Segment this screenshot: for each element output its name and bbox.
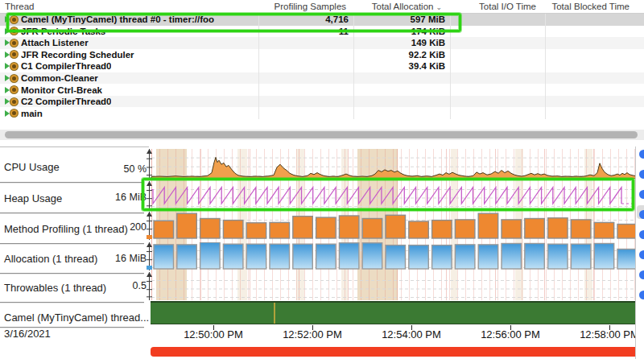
track-toggle-icon[interactable] (639, 170, 644, 179)
column-header-thread[interactable]: Thread (0, 0, 257, 13)
thread-icon (10, 27, 18, 35)
method-profiling-bar[interactable] (200, 219, 221, 239)
thread-name: C1 CompilerThread0 (21, 61, 111, 71)
allocation-bar[interactable] (154, 245, 174, 269)
allocation-bar[interactable] (502, 244, 522, 270)
thread-icon (10, 75, 18, 82)
table-row[interactable]: C1 CompilerThread039.4 KiB (0, 60, 644, 72)
cell-samples (259, 37, 354, 49)
allocation-bar[interactable] (455, 245, 475, 269)
allocation-bar[interactable] (316, 244, 336, 269)
allocation-bar[interactable] (571, 244, 591, 269)
table-row[interactable]: JFR Recording Scheduler92.2 KiB (0, 49, 644, 61)
method-profiling-bar[interactable] (293, 217, 313, 238)
allocation-bar[interactable] (362, 243, 382, 269)
track-toggle-icon[interactable] (639, 270, 644, 279)
time-range-bar[interactable] (151, 347, 638, 357)
method-profiling-bar[interactable] (362, 219, 382, 239)
method-profiling-bar[interactable] (246, 223, 266, 238)
column-header-total-allocation[interactable]: Total Allocation⌄ (351, 0, 447, 13)
allocation-bar[interactable] (432, 246, 452, 269)
thread-icon (10, 109, 18, 117)
right-icon-strip[interactable] (635, 146, 644, 359)
thread-table-header: ThreadProfiling SamplesTotal Allocation⌄… (0, 0, 644, 14)
allocation-bar[interactable] (177, 245, 197, 269)
track-label-throwables-1-thread-[interactable]: Throwables (1 thread) (4, 282, 106, 294)
method-profiling-bar[interactable] (177, 213, 197, 238)
allocation-bar[interactable] (270, 244, 290, 269)
table-row[interactable]: Monitor Ctrl-Break (0, 84, 644, 96)
cell-allocation: 149 KiB (354, 37, 451, 49)
method-profiling-bar[interactable] (478, 213, 498, 238)
table-horizontal-scrollbar-thumb[interactable] (5, 131, 638, 138)
track-toggle-icon[interactable] (639, 250, 644, 259)
table-row[interactable]: Camel (MyTinyCamel) thread #0 - timer://… (0, 14, 644, 26)
thread-name: JFR Periodic Tasks (21, 27, 105, 36)
allocation-track[interactable] (145, 242, 640, 270)
column-header-total-i-o-time[interactable]: Total I/O Time (447, 0, 541, 13)
throwables-track[interactable] (145, 272, 640, 300)
cell-blocked (546, 49, 640, 61)
column-header-total-blocked-time[interactable]: Total Blocked Time (541, 0, 634, 13)
table-row[interactable]: C2 CompilerThread0 (0, 96, 644, 108)
method-profiling-bar[interactable] (502, 220, 522, 238)
table-horizontal-scrollbar-track[interactable] (0, 130, 644, 140)
track-toggle-icon[interactable] (639, 210, 644, 219)
allocation-bar[interactable] (200, 242, 221, 269)
track-toggle-icon[interactable] (639, 150, 644, 159)
track-label-cpu-usage[interactable]: CPU Usage (4, 161, 60, 173)
method-profiling-bar[interactable] (223, 221, 243, 238)
method-profiling-bar[interactable] (594, 222, 614, 238)
track-toggle-icon[interactable] (639, 230, 644, 239)
table-row[interactable]: Attach Listener149 KiB (0, 37, 644, 49)
method-profiling-bar[interactable] (409, 221, 429, 238)
track-label-heap-usage[interactable]: Heap Usage (4, 192, 62, 204)
method-profiling-bar[interactable] (386, 215, 406, 238)
method-profiling-bar[interactable] (548, 218, 568, 238)
allocation-bar[interactable] (409, 246, 429, 269)
chart-area[interactable]: 12:50:00 PM12:52:00 PM12:54:00 PM12:56:0… (145, 145, 640, 343)
method-profiling-bar[interactable] (316, 217, 336, 238)
allocation-bar[interactable] (223, 244, 243, 269)
track-label-camel-mytinycamel-thread-[interactable]: Camel (MyTinyCamel) thread... (4, 312, 149, 324)
method-profiling-bar[interactable] (432, 221, 452, 238)
method-profiling-bar[interactable] (154, 221, 174, 238)
table-row[interactable]: Common-Cleaner (0, 72, 644, 85)
method-profiling-bar[interactable] (525, 219, 545, 239)
thread-state-icon (5, 27, 18, 35)
cell-allocation (354, 107, 451, 119)
allocation-bar[interactable] (617, 250, 638, 270)
cell-blocked (546, 60, 640, 72)
allocation-bar[interactable] (594, 244, 614, 270)
thread-state-icon (5, 51, 18, 58)
track-toggle-icon[interactable] (639, 190, 644, 199)
method-profiling-bar[interactable] (571, 220, 591, 238)
allocation-bar[interactable] (525, 244, 545, 270)
table-row[interactable]: JFR Periodic Tasks11174 KiB (0, 26, 644, 38)
allocation-bar[interactable] (293, 244, 313, 269)
method-profiling-bar[interactable] (617, 225, 638, 239)
allocation-bar[interactable] (386, 246, 406, 269)
allocation-bar[interactable] (478, 245, 498, 269)
track-label-allocation-1-thread-[interactable]: Allocation (1 thread) (4, 253, 97, 265)
cell-blocked (546, 72, 640, 85)
thread-state-icon (5, 75, 18, 82)
label-separator (0, 273, 144, 274)
allocation-bar[interactable] (548, 244, 568, 269)
track-labels-panel: CPU Usage50 %Heap Usage16 MiBMethod Prof… (0, 146, 149, 328)
running-arrow-icon (5, 98, 10, 105)
track-toggle-icon[interactable] (639, 291, 644, 299)
heap-usage-track[interactable] (145, 181, 640, 209)
label-separator (0, 243, 144, 244)
method-profiling-track[interactable] (145, 212, 640, 240)
thread-lifeline-bar[interactable] (151, 301, 640, 324)
thread-name: Attach Listener (21, 38, 89, 47)
method-profiling-bar[interactable] (455, 220, 475, 238)
allocation-bar[interactable] (339, 243, 359, 269)
cpu-usage-track[interactable] (145, 149, 640, 179)
table-row[interactable]: main (0, 107, 644, 119)
allocation-bar[interactable] (246, 244, 266, 269)
column-header-profiling-samples[interactable]: Profiling Samples (257, 0, 351, 13)
method-profiling-bar[interactable] (339, 216, 359, 238)
method-profiling-bar[interactable] (270, 222, 290, 238)
